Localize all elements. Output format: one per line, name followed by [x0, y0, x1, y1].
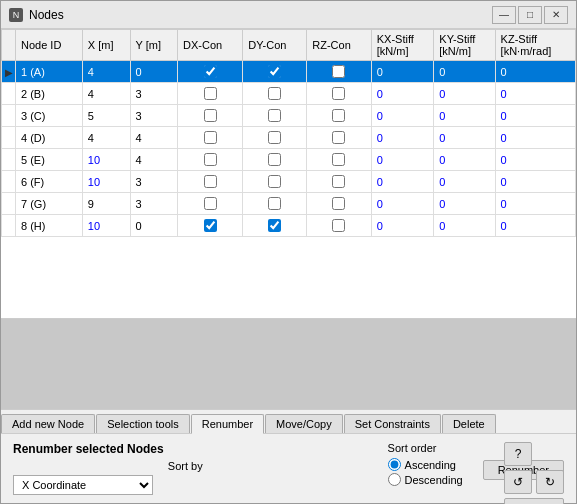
cell-y: 3	[130, 171, 177, 193]
checkbox-dxcon[interactable]	[204, 219, 217, 232]
cell-kz: 0	[495, 171, 575, 193]
checkbox-dycon[interactable]	[268, 109, 281, 122]
table-row[interactable]: 7 (G)93000	[2, 193, 576, 215]
checkbox-dxcon[interactable]	[204, 65, 217, 78]
cell-ky: 0	[434, 127, 495, 149]
tab-set-constraints[interactable]: Set Constraints	[344, 414, 441, 433]
cell-y: 0	[130, 215, 177, 237]
table-row[interactable]: 4 (D)44000	[2, 127, 576, 149]
cell-rzcon[interactable]	[307, 171, 371, 193]
cell-dxcon[interactable]	[178, 61, 243, 83]
checkbox-dxcon[interactable]	[204, 153, 217, 166]
cell-dxcon[interactable]	[178, 83, 243, 105]
descending-radio[interactable]	[388, 473, 401, 486]
checkbox-rzcon[interactable]	[332, 153, 345, 166]
help-button[interactable]: ?	[504, 442, 532, 466]
checkbox-dycon[interactable]	[268, 153, 281, 166]
sort-by-select[interactable]: X CoordinateY CoordinateNode ID	[13, 475, 153, 495]
cell-kz: 0	[495, 61, 575, 83]
cell-dxcon[interactable]	[178, 193, 243, 215]
table-row[interactable]: 2 (B)43000	[2, 83, 576, 105]
checkbox-rzcon[interactable]	[332, 131, 345, 144]
tab-renumber[interactable]: Renumber	[191, 414, 264, 434]
titlebar-controls: — □ ✕	[492, 6, 568, 24]
cell-rzcon[interactable]	[307, 215, 371, 237]
cell-rzcon[interactable]	[307, 193, 371, 215]
checkbox-rzcon[interactable]	[332, 109, 345, 122]
table-row[interactable]: 6 (F)103000	[2, 171, 576, 193]
nodes-table: Node ID X [m] Y [m] DX-Con DY-Con RZ-Con…	[1, 29, 576, 237]
checkbox-dxcon[interactable]	[204, 109, 217, 122]
cell-dycon[interactable]	[243, 149, 307, 171]
checkbox-dycon[interactable]	[268, 175, 281, 188]
window-title: Nodes	[29, 8, 492, 22]
undo-button[interactable]: ↺	[504, 470, 532, 494]
cell-ky: 0	[434, 105, 495, 127]
cell-y: 4	[130, 127, 177, 149]
tab-selection-tools[interactable]: Selection tools	[96, 414, 190, 433]
ok-button[interactable]: OK	[504, 498, 564, 504]
cell-dycon[interactable]	[243, 83, 307, 105]
tab-move-copy[interactable]: Move/Copy	[265, 414, 343, 433]
cell-kz: 0	[495, 127, 575, 149]
tabs-bar: Add new NodeSelection toolsRenumberMove/…	[1, 409, 576, 434]
tab-add-new-node[interactable]: Add new Node	[1, 414, 95, 433]
checkbox-dxcon[interactable]	[204, 87, 217, 100]
undo-redo-row: ↺ ↻	[504, 470, 564, 494]
cell-rzcon[interactable]	[307, 83, 371, 105]
row-arrow	[2, 105, 16, 127]
checkbox-dxcon[interactable]	[204, 197, 217, 210]
checkbox-dycon[interactable]	[268, 197, 281, 210]
cell-node-id: 2 (B)	[16, 83, 83, 105]
sort-select-wrapper: X CoordinateY CoordinateNode ID	[13, 475, 358, 495]
cell-dxcon[interactable]	[178, 127, 243, 149]
cell-dxcon[interactable]	[178, 171, 243, 193]
checkbox-dycon[interactable]	[268, 65, 281, 78]
table-row[interactable]: 5 (E)104000	[2, 149, 576, 171]
table-row[interactable]: 8 (H)100000	[2, 215, 576, 237]
checkbox-rzcon[interactable]	[332, 197, 345, 210]
checkbox-dycon[interactable]	[268, 87, 281, 100]
cell-rzcon[interactable]	[307, 105, 371, 127]
cell-y: 3	[130, 83, 177, 105]
cell-dycon[interactable]	[243, 127, 307, 149]
cell-node-id: 1 (A)	[16, 61, 83, 83]
header-node-id: Node ID	[16, 30, 83, 61]
table-row[interactable]: 3 (C)53000	[2, 105, 576, 127]
cell-dycon[interactable]	[243, 61, 307, 83]
ascending-radio[interactable]	[388, 458, 401, 471]
cell-dycon[interactable]	[243, 215, 307, 237]
checkbox-dycon[interactable]	[268, 131, 281, 144]
checkbox-dxcon[interactable]	[204, 175, 217, 188]
cell-rzcon[interactable]	[307, 149, 371, 171]
checkbox-rzcon[interactable]	[332, 219, 345, 232]
cell-dxcon[interactable]	[178, 149, 243, 171]
table-row[interactable]: ▶1 (A)40000	[2, 61, 576, 83]
checkbox-rzcon[interactable]	[332, 175, 345, 188]
minimize-button[interactable]: —	[492, 6, 516, 24]
checkbox-dycon[interactable]	[268, 219, 281, 232]
cell-dxcon[interactable]	[178, 215, 243, 237]
cell-kz: 0	[495, 215, 575, 237]
cell-rzcon[interactable]	[307, 127, 371, 149]
checkbox-dxcon[interactable]	[204, 131, 217, 144]
cell-x: 4	[82, 61, 130, 83]
panel-title: Renumber selected Nodes	[13, 442, 358, 456]
ascending-option[interactable]: Ascending	[388, 458, 463, 471]
redo-button[interactable]: ↻	[536, 470, 564, 494]
bottom-panel: Renumber selected Nodes Sort by X Coordi…	[1, 434, 576, 503]
checkbox-rzcon[interactable]	[332, 87, 345, 100]
cell-x: 4	[82, 83, 130, 105]
descending-option[interactable]: Descending	[388, 473, 463, 486]
cell-kx: 0	[371, 127, 434, 149]
tab-delete[interactable]: Delete	[442, 414, 496, 433]
cell-dxcon[interactable]	[178, 105, 243, 127]
cell-dycon[interactable]	[243, 105, 307, 127]
close-button[interactable]: ✕	[544, 6, 568, 24]
cell-rzcon[interactable]	[307, 61, 371, 83]
checkbox-rzcon[interactable]	[332, 65, 345, 78]
cell-dycon[interactable]	[243, 193, 307, 215]
maximize-button[interactable]: □	[518, 6, 542, 24]
nodes-window: N Nodes — □ ✕ Node ID X [m] Y [m] DX-Con…	[0, 0, 577, 504]
cell-dycon[interactable]	[243, 171, 307, 193]
